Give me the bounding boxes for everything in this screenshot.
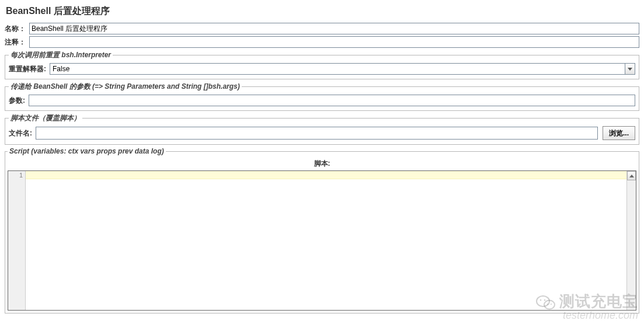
panel-title: BeanShell 后置处理程序 (4, 2, 640, 21)
scroll-up-button[interactable] (627, 171, 636, 180)
parameters-group: 传递给 BeanShell 的参数 (=> String Parameters … (5, 82, 639, 111)
script-group: Script (variables: ctx vars props prev d… (5, 147, 639, 313)
comment-label: 注释： (5, 37, 29, 47)
file-label: 文件名: (9, 128, 36, 138)
reset-interpreter-group: 每次调用前重置 bsh.Interpreter 重置解释器: (5, 50, 639, 79)
script-editor[interactable]: 1 (8, 170, 636, 311)
script-legend: Script (variables: ctx vars props prev d… (8, 147, 166, 155)
comment-row: 注释： (5, 36, 639, 48)
name-label: 名称： (5, 24, 29, 34)
reset-value[interactable] (50, 63, 625, 75)
params-input[interactable] (29, 95, 635, 106)
code-area[interactable] (26, 171, 626, 310)
chevron-down-icon (628, 65, 632, 73)
reset-legend: 每次调用前重置 bsh.Interpreter (9, 50, 113, 60)
file-input[interactable] (36, 127, 598, 140)
current-line-highlight (26, 171, 626, 179)
script-label: 脚本: (8, 158, 636, 170)
scroll-track[interactable] (627, 180, 636, 310)
params-legend: 传递给 BeanShell 的参数 (=> String Parameters … (9, 82, 242, 92)
params-label: 参数: (9, 96, 29, 106)
vertical-scrollbar[interactable] (626, 171, 636, 310)
name-row: 名称： (5, 23, 639, 34)
reset-combobox[interactable] (50, 63, 635, 75)
chevron-up-icon (629, 172, 634, 180)
script-file-group: 脚本文件（覆盖脚本） 文件名: 浏览... (5, 113, 639, 145)
line-number-1: 1 (11, 171, 23, 179)
file-legend: 脚本文件（覆盖脚本） (9, 113, 82, 123)
reset-label: 重置解释器: (9, 64, 50, 74)
name-input[interactable] (29, 23, 639, 34)
dropdown-button[interactable] (625, 63, 635, 75)
comment-input[interactable] (29, 36, 639, 48)
browse-button[interactable]: 浏览... (603, 126, 635, 140)
line-gutter: 1 (8, 171, 26, 310)
